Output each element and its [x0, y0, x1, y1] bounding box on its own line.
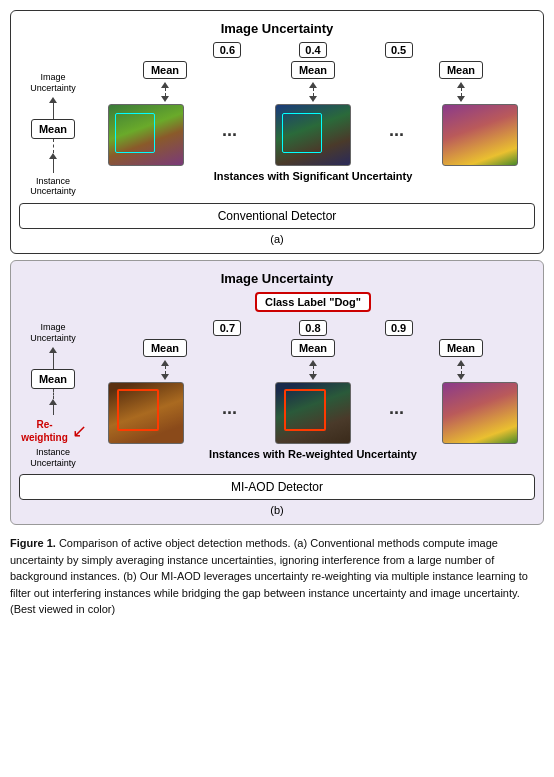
reweighting-row: Re- weighting ↙ [19, 418, 87, 444]
left-labels-a: ImageUncertainty Mean InstanceUncertaint… [19, 42, 87, 197]
figure-caption: Figure 1. Comparison of active object de… [10, 535, 544, 618]
mean-box-a1: Mean [143, 61, 187, 79]
dots-b2: ··· [387, 403, 406, 424]
dashed-arrows-a [91, 82, 535, 102]
instance-uncertainty-label-b: InstanceUncertainty [30, 447, 76, 469]
image-uncertainty-label-b: ImageUncertainty [30, 322, 76, 344]
vd-a3 [461, 88, 462, 96]
reweighting-label: Re- weighting [19, 418, 70, 444]
da-item-b2 [309, 360, 317, 380]
mean-box-a2: Mean [291, 61, 335, 79]
section-b: Image Uncertainty ImageUncertainty Mean … [10, 260, 544, 525]
trid-b2 [309, 374, 317, 380]
trid-a3 [457, 96, 465, 102]
dashed-arrows-b [91, 360, 535, 380]
instances-label-a: Instances with Significant Uncertainty [91, 168, 535, 182]
caption-text: Comparison of active object detection me… [10, 537, 528, 615]
instance-uncertainty-label-a: InstanceUncertainty [30, 176, 76, 198]
image-b2 [275, 382, 351, 444]
left-arrow-a: Mean [31, 97, 75, 173]
image-a1 [108, 104, 184, 166]
class-label-row: Class Label "Dog" [91, 292, 535, 316]
values-row-b: 0.7 0.8 0.9 [91, 320, 535, 336]
da-item-a2 [309, 82, 317, 102]
trid-b3 [457, 374, 465, 380]
v-line-b [53, 353, 54, 369]
v-dashed-b [53, 389, 54, 399]
detector-a: Conventional Detector [19, 203, 535, 229]
sub-label-a: (a) [19, 233, 535, 245]
dots-b1: ··· [220, 403, 239, 424]
value-b3: 0.9 [385, 320, 413, 336]
v-solid2-b [53, 405, 54, 415]
da-item-a3 [457, 82, 465, 102]
section-a-title: Image Uncertainty [19, 21, 535, 36]
vd-b1 [165, 366, 166, 374]
images-row-a: ··· ··· [91, 104, 535, 166]
value-b1: 0.7 [213, 320, 241, 336]
mean-box-b3: Mean [439, 339, 483, 357]
vd-a2 [313, 88, 314, 96]
image-a4 [442, 104, 518, 166]
sub-label-b: (b) [19, 504, 535, 516]
vd-a1 [165, 88, 166, 96]
vd-b3 [461, 366, 462, 374]
trid-a2 [309, 96, 317, 102]
means-row-b: Mean Mean Mean [91, 339, 535, 357]
mean-box-b1: Mean [143, 339, 187, 357]
vd-b2 [313, 366, 314, 374]
overlay-b2 [284, 389, 326, 431]
image-b4 [442, 382, 518, 444]
caption-bold: Figure 1. [10, 537, 56, 549]
means-row-a: Mean Mean Mean [91, 61, 535, 79]
image-b1 [108, 382, 184, 444]
left-labels-b: ImageUncertainty Mean Re- weighting ↙ In… [19, 292, 87, 468]
da-item-b3 [457, 360, 465, 380]
overlay-a2 [282, 113, 322, 153]
mean-box-left-a: Mean [31, 119, 75, 139]
mean-box-left-b: Mean [31, 369, 75, 389]
reweighting-arrow: ↙ [72, 420, 87, 442]
class-label-box: Class Label "Dog" [255, 292, 371, 312]
section-a: Image Uncertainty ImageUncertainty Mean … [10, 10, 544, 254]
overlay-b1 [117, 389, 159, 431]
image-a2 [275, 104, 351, 166]
images-row-b: ··· ··· [91, 382, 535, 444]
section-b-content: ImageUncertainty Mean Re- weighting ↙ In… [19, 292, 535, 468]
trid-a1 [161, 96, 169, 102]
value-b2: 0.8 [299, 320, 327, 336]
values-row-a: 0.6 0.4 0.5 [91, 42, 535, 58]
mean-box-b2: Mean [291, 339, 335, 357]
image-uncertainty-label-a: ImageUncertainty [30, 72, 76, 94]
overlay-a1 [115, 113, 155, 153]
dots-a2: ··· [387, 125, 406, 146]
v-dashed-a [53, 139, 54, 153]
da-item-a1 [161, 82, 169, 102]
da-item-b1 [161, 360, 169, 380]
right-col-a: 0.6 0.4 0.5 Mean Mean Mean [91, 42, 535, 197]
section-a-content: ImageUncertainty Mean InstanceUncertaint… [19, 42, 535, 197]
detector-b: MI-AOD Detector [19, 474, 535, 500]
mean-box-a3: Mean [439, 61, 483, 79]
section-b-title: Image Uncertainty [19, 271, 535, 286]
v-line-a [53, 103, 54, 119]
value-a1: 0.6 [213, 42, 241, 58]
instances-label-b: Instances with Re-weighted Uncertainty [91, 446, 535, 460]
left-arrow-b: Mean [31, 347, 75, 415]
trid-b1 [161, 374, 169, 380]
dots-a1: ··· [220, 125, 239, 146]
value-a2: 0.4 [299, 42, 327, 58]
value-a3: 0.5 [385, 42, 413, 58]
right-col-b: Class Label "Dog" 0.7 0.8 0.9 Mean Mean … [91, 292, 535, 468]
v-solid2-a [53, 159, 54, 173]
